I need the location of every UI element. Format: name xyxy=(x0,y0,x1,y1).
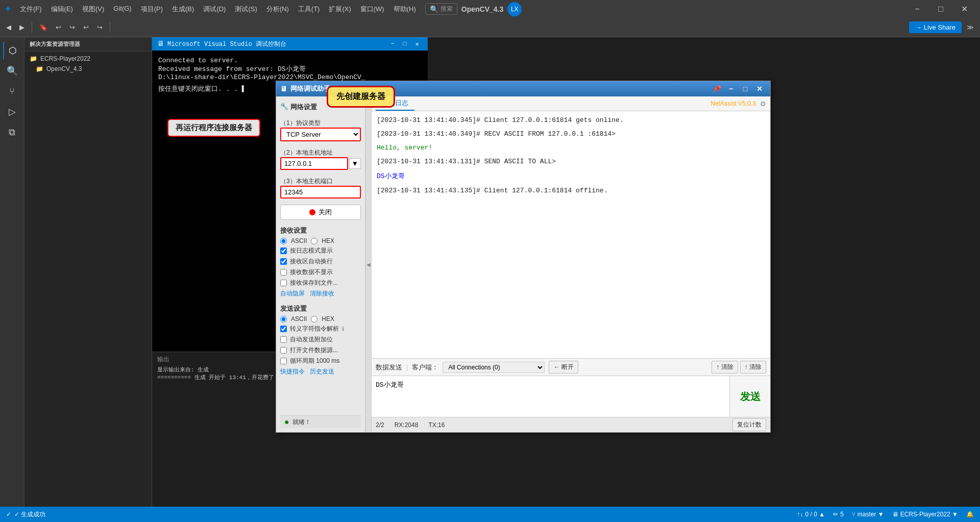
redo-btn[interactable]: ↪ xyxy=(66,22,78,33)
menu-tools[interactable]: 工具(T) xyxy=(294,3,324,16)
menu-debug[interactable]: 调试(D) xyxy=(199,3,230,16)
toolbar-extra-btn[interactable]: ≫ xyxy=(964,22,977,33)
edit-status[interactable]: ✏ 5 xyxy=(833,511,844,518)
user-avatar[interactable]: LX xyxy=(507,2,522,16)
clear-recv-link[interactable]: 清除接收 xyxy=(310,289,334,298)
send-text-input[interactable]: DS小龙哥 xyxy=(372,376,729,417)
send-open-file-check[interactable] xyxy=(280,347,287,354)
client-select[interactable]: All Connections (0) xyxy=(443,362,545,373)
disconnect-btn[interactable]: ← 断开 xyxy=(549,361,578,374)
toolbar-separator-2 xyxy=(110,22,110,33)
debug-console-titlebar: 🖥 Microsoft Visual Studio 调试控制台 − □ ✕ xyxy=(152,37,428,51)
undo-btn[interactable]: ↩ xyxy=(53,22,64,33)
settings-gear-icon[interactable]: ⚙ xyxy=(760,100,766,108)
recv-no-data-label: 接收数据不显示 xyxy=(290,268,333,277)
menu-build[interactable]: 生成(B) xyxy=(168,3,198,16)
sidebar-debug-icon[interactable]: ▷ xyxy=(3,103,21,121)
netassist-maximize-btn[interactable]: □ xyxy=(739,84,752,94)
local-host-dropdown-btn[interactable]: ▼ xyxy=(349,158,361,169)
close-button[interactable]: ✕ xyxy=(952,0,976,18)
toolbar-back-btn[interactable]: ◀ xyxy=(3,22,14,33)
live-share-button[interactable]: → Live Share xyxy=(909,21,962,33)
recv-auto-newline-check[interactable] xyxy=(280,258,287,265)
recv-no-data-check[interactable] xyxy=(280,269,287,276)
menu-window[interactable]: 窗口(W) xyxy=(356,3,388,16)
recv-auto-newline-label: 接收区自动换行 xyxy=(290,257,333,266)
menu-file[interactable]: 文件(F) xyxy=(16,3,46,16)
clear-btn[interactable]: ↑ 清除 xyxy=(712,361,738,374)
send-escape-label: 转义字符指令解析 xyxy=(290,325,339,333)
close-server-btn[interactable]: 关闭 xyxy=(280,205,361,220)
send-loop-check[interactable] xyxy=(280,358,287,364)
menu-test[interactable]: 测试(S) xyxy=(231,3,261,16)
recv-save-file-check[interactable] xyxy=(280,280,287,286)
recv-auto-newline-row: 接收区自动换行 xyxy=(280,257,361,266)
shortcuts-link[interactable]: 快捷指令 xyxy=(280,367,305,376)
history-send-link[interactable]: 历史发送 xyxy=(310,367,334,376)
toolbar-btn-3[interactable]: ↩ xyxy=(80,22,92,33)
menu-view[interactable]: 视图(V) xyxy=(78,3,108,16)
menu-edit[interactable]: 编辑(E) xyxy=(47,3,77,16)
bell-icon: 🔔 xyxy=(966,511,974,518)
sidebar-explorer-icon[interactable]: ⬡ xyxy=(3,41,21,60)
send-auto-append-check[interactable] xyxy=(280,336,287,343)
sidebar-git-icon[interactable]: ⑂ xyxy=(3,82,21,101)
sidebar-extensions-icon[interactable]: ⧉ xyxy=(3,123,21,141)
sidebar-search-icon[interactable]: 🔍 xyxy=(3,62,21,80)
panel-item-1[interactable]: 📁 ECRS-Player2022 xyxy=(24,54,152,64)
netassist-minimize-btn[interactable]: − xyxy=(724,84,738,94)
send-hex-radio[interactable] xyxy=(311,316,317,322)
send-escape-check[interactable] xyxy=(280,326,287,332)
scroll-indicator[interactable]: ◀ xyxy=(365,96,372,432)
clear2-btn[interactable]: ↑ 清除 xyxy=(740,361,766,374)
recv-log-mode-check[interactable] xyxy=(280,247,287,254)
minimize-button[interactable]: − xyxy=(905,0,929,18)
error-warning-status[interactable]: ↑↓ 0 / 0 ▲ xyxy=(797,511,825,518)
tx-status: TX:16 xyxy=(428,421,445,429)
reset-count-btn[interactable]: 复位计数 xyxy=(732,418,766,431)
log-line-5: [2023-10-31 13:41:43.135]# Client 127.0.… xyxy=(377,187,765,194)
log-line-2: Hello, server! xyxy=(377,144,765,152)
debug-minimize-btn[interactable]: − xyxy=(387,39,398,48)
branch-status[interactable]: ⑂ master ▼ xyxy=(852,511,884,518)
local-host-input[interactable] xyxy=(280,157,348,170)
panel-item-label-1: ECRS-Player2022 xyxy=(40,55,90,62)
debug-close-btn[interactable]: ✕ xyxy=(411,39,423,48)
netassist-close-btn[interactable]: ✕ xyxy=(753,84,766,94)
network-settings-label: 网络设置 xyxy=(290,103,317,112)
auto-hide-link[interactable]: 自动隐屏 xyxy=(280,289,305,298)
project-status[interactable]: 🖥 ECRS-Player2022 ▼ xyxy=(892,511,958,518)
debug-line-2: D:\linux-share-dir\ECRS-Player2022\MSVC_… xyxy=(158,73,422,81)
send-settings: 发送设置 ASCII HEX 转义字符指令解析 ℹ 自动发送附加位 xyxy=(280,302,361,376)
vs-statusbar: ✓ ✓ 生成成功 ↑↓ 0 / 0 ▲ ✏ 5 ⑂ master ▼ 🖥 ECR… xyxy=(0,507,980,522)
project-name-status: ECRS-Player2022 ▼ xyxy=(900,511,958,518)
menu-git[interactable]: Git(G) xyxy=(109,3,135,16)
recv-log-mode-row: 按日志模式显示 xyxy=(280,246,361,255)
toolbar-btn-4[interactable]: ↪ xyxy=(94,22,106,33)
menu-help[interactable]: 帮助(H) xyxy=(389,3,420,16)
bookmark-btn[interactable]: 🔖 xyxy=(36,22,51,33)
recv-ascii-radio[interactable] xyxy=(280,238,287,244)
toolbar-forward-btn[interactable]: ▶ xyxy=(16,22,28,33)
local-port-input[interactable] xyxy=(280,186,361,198)
menu-project[interactable]: 项目(P) xyxy=(137,3,167,16)
protocol-section: （1）协议类型 TCP Server xyxy=(280,116,361,141)
build-success-status: ✓ ✓ 生成成功 xyxy=(6,510,45,519)
bottom-toolbar: 数据发送 | 客户端： All Connections (0) ← 断开 ↑ 清… xyxy=(372,359,770,376)
debug-maximize-btn[interactable]: □ xyxy=(399,39,410,48)
panel-item-2[interactable]: 📁 OpenCV_4.3 xyxy=(24,64,152,74)
notification-status[interactable]: 🔔 xyxy=(966,511,974,518)
netassist-left-panel: 🔧 网络设置 （1）协议类型 TCP Server （2）本地主机地址 ▼ xyxy=(276,96,365,432)
menu-analyze[interactable]: 分析(N) xyxy=(262,3,293,16)
send-ascii-radio[interactable] xyxy=(280,316,287,322)
branch-name: master ▼ xyxy=(857,511,884,518)
recv-hex-radio[interactable] xyxy=(311,238,317,244)
protocol-dropdown[interactable]: TCP Server xyxy=(280,128,361,141)
menu-extensions[interactable]: 扩展(X) xyxy=(325,3,355,16)
netassist-pin-btn[interactable]: 📌 xyxy=(710,84,723,94)
vs-sidebar: ⬡ 🔍 ⑂ ▷ ⧉ xyxy=(0,37,24,507)
send-button[interactable]: 发送 xyxy=(736,386,765,408)
rx-status: RX:2048 xyxy=(395,421,419,429)
send-ascii-label: ASCII xyxy=(291,315,307,322)
maximize-button[interactable]: □ xyxy=(929,0,952,18)
